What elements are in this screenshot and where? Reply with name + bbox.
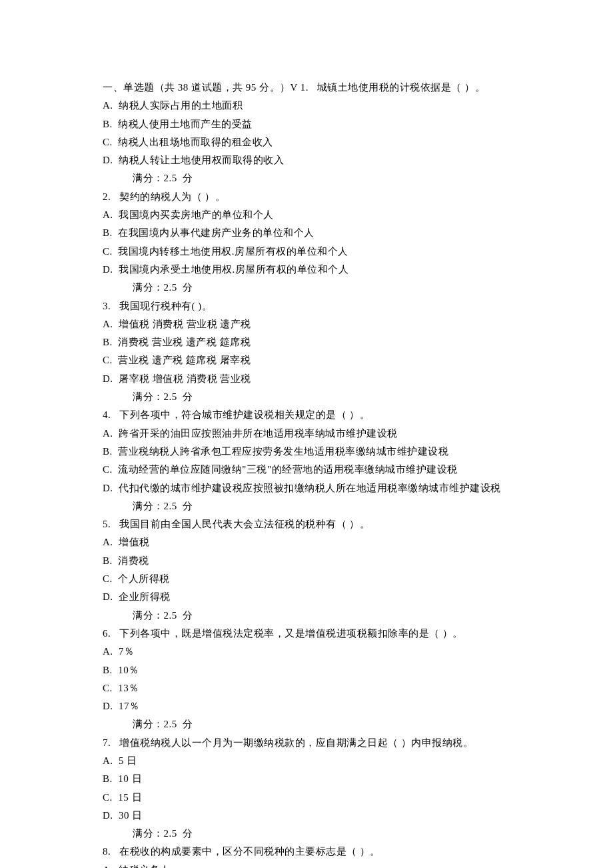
score-line: 满分：2.5 分: [103, 279, 613, 297]
question-stem: 2. 契约的纳税人为（ ）。: [103, 188, 613, 206]
question-option: A. 5 日: [103, 752, 613, 770]
question-option: A. 增值税 消费税 营业税 遗产税: [103, 315, 613, 333]
question-option: C. 13％: [103, 679, 613, 697]
question-stem: 7. 增值税纳税人以一个月为一期缴纳税款的，应自期满之日起（ ）内申报纳税。: [103, 734, 613, 752]
question-option: D. 企业所得税: [103, 588, 613, 606]
question-option: C. 15 日: [103, 789, 613, 807]
section-header: 一、单选题（共 38 道试题，共 95 分。）V 1. 城镇土地使用税的计税依据…: [103, 79, 613, 97]
question-option: A. 我国境内买卖房地产的单位和个人: [103, 206, 613, 224]
score-line: 满分：2.5 分: [103, 715, 613, 733]
question-option: B. 消费税: [103, 552, 613, 570]
question-option: B. 纳税人使用土地而产生的受益: [103, 115, 613, 133]
question-option: C. 我国境内转移土地使用权.房屋所有权的单位和个人: [103, 243, 613, 261]
score-line: 满分：2.5 分: [103, 825, 613, 843]
question-option: B. 在我国境内从事代建房产业务的单位和个人: [103, 224, 613, 242]
question-option: D. 屠宰税 增值税 消费税 营业税: [103, 370, 613, 388]
question-stem: 5. 我国目前由全国人民代表大会立法征税的税种有（ ）。: [103, 515, 613, 533]
questions-container: A. 纳税人实际占用的土地面积B. 纳税人使用土地而产生的受益C. 纳税人出租场…: [103, 97, 613, 868]
score-line: 满分：2.5 分: [103, 497, 613, 515]
question-option: B. 消费税 营业税 遗产税 筵席税: [103, 333, 613, 351]
question-option: C. 流动经营的单位应随同缴纳"三税"的经营地的适用税率缴纳城市维护建设税: [103, 461, 613, 479]
question-option: C. 纳税人出租场地而取得的租金收入: [103, 133, 613, 151]
question-option: B. 营业税纳税人跨省承包工程应按劳务发生地适用税率缴纳城市维护建设税: [103, 443, 613, 461]
question-option: B. 10％: [103, 661, 613, 679]
question-option: D. 我国境内承受土地使用权.房屋所有权的单位和个人: [103, 261, 613, 279]
document-content: 一、单选题（共 38 道试题，共 95 分。）V 1. 城镇土地使用税的计税依据…: [103, 79, 613, 868]
question-option: A. 纳税人实际占用的土地面积: [103, 97, 613, 115]
question-stem: 8. 在税收的构成要素中，区分不同税种的主要标志是（ ）。: [103, 843, 613, 861]
question-option: B. 10 日: [103, 770, 613, 788]
question-option: C. 个人所得税: [103, 570, 613, 588]
question-stem: 3. 我国现行税种有( )。: [103, 297, 613, 315]
question-option: A. 跨省开采的油田应按照油井所在地适用税率纳城市维护建设税: [103, 425, 613, 443]
question-option: A. 增值税: [103, 533, 613, 551]
question-option: A. 7％: [103, 643, 613, 661]
score-line: 满分：2.5 分: [103, 607, 613, 625]
question-option: C. 营业税 遗产税 筵席税 屠宰税: [103, 351, 613, 369]
score-line: 满分：2.5 分: [103, 388, 613, 406]
question-option: D. 30 日: [103, 807, 613, 825]
question-stem: 6. 下列各项中，既是增值税法定税率，又是增值税进项税额扣除率的是（ ）。: [103, 625, 613, 643]
question-option: D. 17％: [103, 697, 613, 715]
score-line: 满分：2.5 分: [103, 169, 613, 187]
question-stem: 4. 下列各项中，符合城市维护建设税相关规定的是（ ）。: [103, 406, 613, 424]
question-option: D. 代扣代缴的城市维护建设税应按照被扣缴纳税人所在地适用税率缴纳城市维护建设税: [103, 479, 613, 497]
question-option: D. 纳税人转让土地使用权而取得的收入: [103, 151, 613, 169]
question-option: A. 纳税义务人: [103, 861, 613, 868]
